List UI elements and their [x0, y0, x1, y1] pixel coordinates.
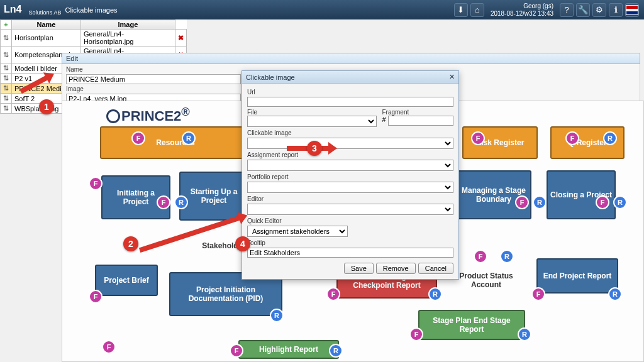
dialog-title-bar[interactable]: Clickable image ✕	[242, 71, 458, 84]
box-resources[interactable]: Resources	[100, 126, 251, 159]
prince2-logo: PRINCE2®	[106, 105, 190, 124]
f-badge-icon: F	[230, 344, 243, 358]
url-input[interactable]	[247, 97, 453, 107]
name-input[interactable]	[66, 74, 241, 84]
save-button[interactable]: Save	[344, 263, 374, 274]
f-badge-icon: F	[471, 131, 485, 145]
clickable-image-select[interactable]	[247, 138, 453, 149]
f-badge-icon: F	[531, 287, 545, 301]
r-badge-icon: R	[613, 195, 627, 209]
box-highlight[interactable]: Highlight Report	[238, 340, 339, 359]
page-title: Clickable images	[65, 6, 117, 14]
top-bar: Ln4 Solutions AB Clickable images ⬇ ⌂ Ge…	[0, 0, 644, 19]
assignment-report-label: Assignment report	[247, 151, 453, 158]
portfolio-report-label: Portfolio report	[247, 173, 453, 180]
flag-icon[interactable]	[625, 3, 639, 17]
settings-icon[interactable]: ⚙	[592, 3, 606, 17]
callout-4: 4	[235, 236, 250, 251]
clickable-image-dialog: Clickable image ✕ Url File Fragment # Cl…	[242, 70, 459, 280]
f-badge-icon: F	[474, 250, 487, 263]
box-product-status[interactable]: Product Status Account	[448, 265, 524, 296]
r-badge-icon: R	[603, 131, 617, 145]
fragment-prefix: #	[382, 116, 386, 126]
drag-handle-icon[interactable]: ⇅	[1, 63, 12, 74]
f-badge-icon: F	[89, 290, 103, 304]
f-badge-icon: F	[409, 327, 423, 341]
add-row-button[interactable]: +	[1, 20, 12, 30]
drag-handle-icon[interactable]: ⇅	[1, 104, 12, 114]
tooltip-label: Tooltip	[247, 239, 453, 246]
box-project-brief[interactable]: Project Brief	[95, 265, 158, 296]
editor-select[interactable]	[247, 204, 453, 215]
edit-panel-title: Edit	[62, 53, 640, 64]
clickable-image-label: Clickable image	[247, 129, 453, 136]
r-badge-icon: R	[500, 250, 514, 263]
url-label: Url	[247, 89, 453, 96]
user-info: Georg (gs) 2018-08-12/w32 13:43	[491, 3, 553, 18]
box-managing-boundary[interactable]: Managing a Stage Boundary	[456, 170, 531, 219]
f-badge-icon: F	[131, 131, 145, 145]
r-badge-icon: R	[174, 195, 188, 209]
list-row[interactable]: ⇅ Horisontplan General/Ln4-Horisontplan.…	[1, 30, 187, 47]
f-badge-icon: F	[565, 131, 579, 145]
r-badge-icon: R	[270, 309, 284, 322]
help-icon[interactable]: ?	[560, 3, 574, 17]
drag-handle-icon[interactable]: ⇅	[1, 74, 12, 84]
r-badge-icon: R	[182, 131, 196, 145]
box-end-project[interactable]: End Project Report	[536, 258, 618, 293]
fragment-input[interactable]	[388, 116, 453, 126]
drag-handle-icon[interactable]: ⇅	[1, 94, 12, 104]
drag-handle-icon[interactable]: ⇅	[1, 84, 12, 94]
cancel-button[interactable]: Cancel	[418, 263, 453, 274]
callout-1: 1	[39, 99, 54, 114]
col-image: Image	[80, 20, 175, 30]
f-badge-icon: F	[326, 287, 340, 301]
col-name: Name	[12, 20, 81, 30]
drag-handle-icon[interactable]: ⇅	[1, 47, 12, 63]
r-badge-icon: R	[518, 327, 531, 341]
assignment-report-select[interactable]	[247, 160, 453, 171]
portfolio-report-select[interactable]	[247, 182, 453, 193]
box-closing[interactable]: Closing a Project	[547, 170, 616, 219]
remove-button[interactable]: Remove	[376, 263, 416, 274]
f-badge-icon: F	[596, 195, 609, 209]
info-icon[interactable]: ℹ	[609, 3, 623, 17]
editor-label: Editor	[247, 195, 453, 202]
f-badge-icon: F	[157, 195, 170, 209]
delete-row-icon[interactable]: ✖	[175, 30, 186, 47]
tooltip-input[interactable]	[247, 248, 453, 258]
r-badge-icon: R	[329, 344, 343, 358]
r-badge-icon: R	[428, 287, 442, 301]
tools-icon[interactable]: 🔧	[576, 3, 590, 17]
app-logo: Ln4 Solutions AB	[4, 4, 61, 16]
quick-editor-label: Quick Editor	[247, 217, 453, 224]
quick-editor-select[interactable]: Assignment stakeholders	[247, 226, 348, 237]
f-badge-icon: F	[515, 195, 529, 209]
home-icon[interactable]: ⌂	[470, 3, 484, 17]
callout-2: 2	[123, 236, 138, 251]
fragment-label: Fragment	[382, 109, 409, 116]
close-icon[interactable]: ✕	[449, 73, 455, 81]
dialog-title: Clickable image	[246, 74, 295, 81]
f-badge-icon: F	[89, 177, 103, 190]
r-badge-icon: R	[608, 287, 622, 301]
callout-3: 3	[307, 141, 322, 156]
file-select[interactable]	[247, 116, 377, 127]
box-stage-plan[interactable]: Stage Plan End Stage Report	[418, 310, 525, 340]
file-label: File	[247, 109, 257, 116]
download-icon[interactable]: ⬇	[454, 3, 468, 17]
drag-handle-icon[interactable]: ⇅	[1, 30, 12, 47]
r-badge-icon: R	[533, 195, 547, 209]
f-badge-icon: F	[102, 340, 116, 354]
